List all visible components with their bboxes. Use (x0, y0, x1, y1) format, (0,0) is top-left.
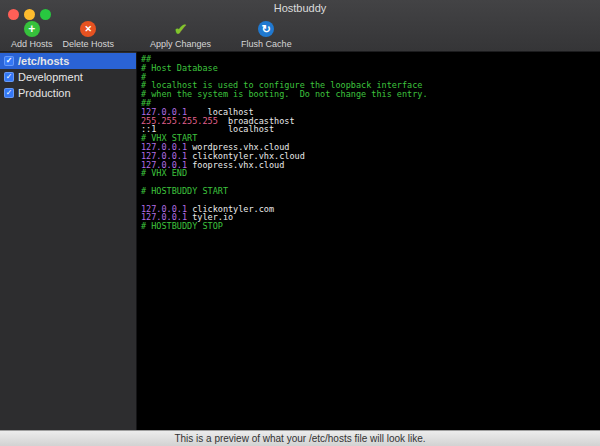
apply-changes-button[interactable]: ✔Apply Changes (145, 21, 216, 49)
comment-text: # VHX END (141, 168, 187, 178)
toolbar-button-label: Delete Hosts (63, 39, 115, 49)
add-hosts-button[interactable]: +Add Hosts (6, 21, 58, 49)
main-area: ✓/etc/hosts✓Development✓Production ### H… (0, 52, 600, 430)
sidebar: ✓/etc/hosts✓Development✓Production (0, 52, 137, 430)
hostname: foopress.vhx.cloud (187, 160, 284, 170)
traffic-lights (8, 9, 51, 20)
titlebar: Hostbuddy +Add Hosts✕Delete Hosts✔Apply … (0, 0, 600, 52)
toolbar-button-label: Flush Cache (241, 39, 292, 49)
sidebar-item-development[interactable]: ✓Development (0, 69, 136, 85)
checkmark-icon: ✔ (173, 21, 189, 37)
minimize-window-button[interactable] (24, 9, 35, 20)
comment-text: # Host Database (141, 63, 218, 73)
checkbox[interactable]: ✓ (4, 72, 14, 82)
code-line: # VHX END (141, 169, 600, 178)
code-line: # HOSTBUDDY STOP (141, 222, 600, 231)
comment-text: # HOSTBUDDY STOP (141, 221, 223, 231)
flush-cache-button[interactable]: ↻Flush Cache (236, 21, 297, 49)
checkbox[interactable]: ✓ (4, 88, 14, 98)
sidebar-item-label: Development (18, 71, 83, 83)
close-window-button[interactable] (8, 9, 19, 20)
code-line: # when the system is booting. Do not cha… (141, 90, 600, 99)
comment-text: # when the system is booting. Do not cha… (141, 89, 428, 99)
hosts-file-preview[interactable]: ### Host Database## localhost is used to… (137, 52, 600, 430)
delete-hosts-button[interactable]: ✕Delete Hosts (58, 21, 120, 49)
add-circle-icon: + (24, 21, 40, 37)
status-bar: This is a preview of what your /etc/host… (0, 430, 600, 446)
code-line: # HOSTBUDDY START (141, 187, 600, 196)
checkbox[interactable]: ✓ (4, 56, 14, 66)
sidebar-item-etc-hosts[interactable]: ✓/etc/hosts (0, 53, 136, 69)
code-line: # Host Database (141, 64, 600, 73)
sidebar-item-label: Production (18, 87, 71, 99)
refresh-icon: ↻ (258, 21, 274, 37)
delete-circle-icon: ✕ (80, 21, 96, 37)
sidebar-item-label: /etc/hosts (18, 55, 69, 67)
comment-text: # HOSTBUDDY START (141, 186, 228, 196)
sidebar-item-production[interactable]: ✓Production (0, 85, 136, 101)
code-line: ::1 localhost (141, 125, 600, 134)
code-line: 127.0.0.1 foopress.vhx.cloud (141, 161, 600, 170)
toolbar-button-label: Apply Changes (150, 39, 211, 49)
zoom-window-button[interactable] (40, 9, 51, 20)
status-text: This is a preview of what your /etc/host… (174, 433, 425, 444)
toolbar: +Add Hosts✕Delete Hosts✔Apply Changes↻Fl… (6, 21, 297, 49)
hostbuddy-window: Hostbuddy +Add Hosts✕Delete Hosts✔Apply … (0, 0, 600, 446)
toolbar-button-label: Add Hosts (11, 39, 53, 49)
window-title: Hostbuddy (0, 2, 600, 14)
